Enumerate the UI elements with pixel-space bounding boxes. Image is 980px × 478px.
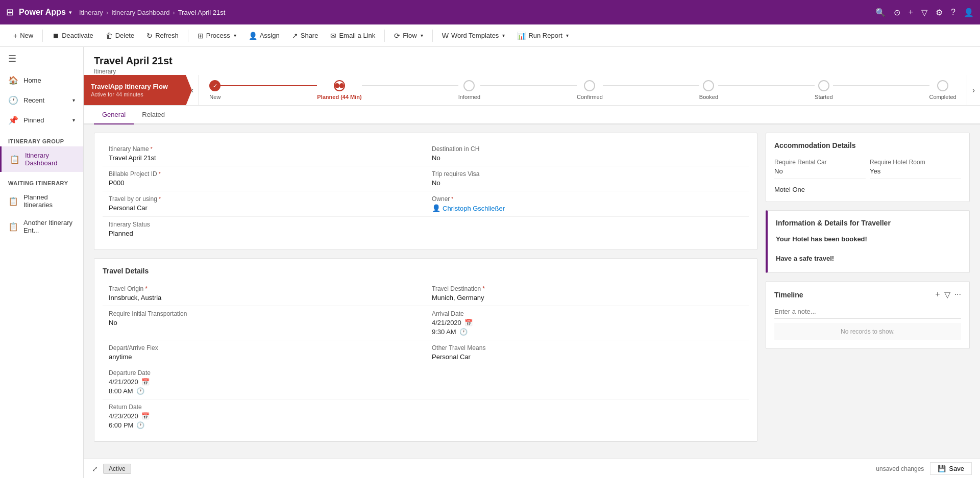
timeline-header: Timeline + ▽ ··· (774, 290, 961, 299)
owner-value[interactable]: 👤 Christoph Gschließer (432, 204, 743, 212)
billable-project-value[interactable]: P000 (109, 179, 420, 187)
arrival-date-cal-icon[interactable]: 📅 (464, 319, 473, 326)
timeline-filter-icon[interactable]: ▽ (944, 290, 950, 299)
top-nav-right: 🔍 ⊙ + ▽ ⚙ ? 👤 (875, 8, 974, 17)
breadcrumb: Itinerary › Itinerary Dashboard › Travel… (79, 9, 226, 16)
add-icon[interactable]: + (909, 8, 913, 17)
new-button[interactable]: + New (8, 29, 38, 42)
arrival-time-clock-icon[interactable]: 🕐 (459, 328, 468, 336)
return-time-value[interactable]: 6:00 PM 🕐 (109, 421, 420, 429)
app-name-chevron-icon[interactable]: ▾ (69, 9, 72, 16)
departure-time-value[interactable]: 8:00 AM 🕐 (109, 387, 420, 395)
accommodation-card: Accommodation Details Require Rental Car… (766, 133, 970, 202)
flow-button[interactable]: ⟳ Flow (389, 29, 428, 42)
return-date-field: Return Date 4/23/2020 📅 6:00 PM 🕐 (103, 399, 426, 433)
travel-by-value[interactable]: Personal Car (109, 204, 420, 212)
timeline-note-input[interactable] (774, 305, 961, 319)
toolbar-separator-2 (384, 30, 385, 42)
owner-required-indicator: * (451, 196, 453, 202)
destination-ch-value[interactable]: No (432, 154, 743, 162)
return-time-clock-icon[interactable]: 🕐 (136, 421, 144, 429)
trip-visa-value[interactable]: No (432, 179, 743, 187)
sidebar-item-home[interactable]: 🏠 Home (0, 70, 83, 90)
sidebar-item-pinned[interactable]: 📌 Pinned ▾ (0, 110, 83, 130)
stage-label-completed: Completed (929, 94, 957, 100)
run-report-button[interactable]: 📊 Run Report (512, 29, 573, 42)
travel-origin-field: Travel Origin * Innsbruck, Austria (103, 281, 426, 306)
flow-bar: TravelApp Itinerary Flow Active for 44 m… (84, 75, 980, 106)
require-rental-car-value[interactable]: No (774, 167, 866, 175)
status-bar-right: unsaved changes 💾 Save (876, 462, 972, 475)
arrival-date-value[interactable]: 4/21/2020 📅 (432, 319, 743, 326)
toolbar-separator-0 (42, 30, 43, 42)
page-header: Travel April 21st Itinerary (84, 47, 980, 75)
itinerary-status-value[interactable]: Planned (109, 230, 420, 237)
arrival-time-value[interactable]: 9:30 AM 🕐 (432, 328, 743, 336)
assign-button[interactable]: 👤 Assign (243, 29, 285, 42)
depart-arrive-flex-label: Depart/Arrive Flex (109, 344, 420, 351)
deactivate-button[interactable]: ⏹ Deactivate (47, 29, 98, 42)
settings-icon[interactable]: ⚙ (936, 8, 943, 17)
other-travel-means-label: Other Travel Means (432, 344, 743, 351)
breadcrumb-item-0[interactable]: Itinerary (79, 9, 103, 16)
toolbar-separator-1 (188, 30, 188, 42)
sidebar-item-recent[interactable]: 🕐 Recent ▾ (0, 90, 83, 110)
share-button[interactable]: ↗ Share (287, 29, 324, 42)
timeline-more-icon[interactable]: ··· (954, 290, 961, 299)
flow-next-button[interactable]: › (967, 75, 980, 105)
return-date-value[interactable]: 4/23/2020 📅 (109, 412, 420, 420)
owner-label: Owner * (432, 195, 743, 203)
return-date-cal-icon[interactable]: 📅 (141, 412, 150, 420)
traveller-info-message-1: Have a safe travel! (776, 253, 961, 264)
travel-origin-value[interactable]: Innsbruck, Austria (109, 294, 420, 301)
refresh-button[interactable]: ↻ Refresh (141, 29, 184, 42)
travel-destination-field: Travel Destination * Munich, Germany (426, 281, 749, 306)
filter-icon[interactable]: ▽ (921, 8, 927, 17)
tab-general[interactable]: General (94, 106, 134, 124)
search-icon[interactable]: 🔍 (875, 8, 886, 17)
delete-label: Delete (115, 32, 135, 39)
sidebar-item-planned-itineraries[interactable]: 📋 Planned Itineraries (0, 188, 83, 214)
breadcrumb-sep-0: › (106, 9, 108, 16)
depart-arrive-flex-value[interactable]: anytime (109, 353, 420, 361)
other-travel-means-value[interactable]: Personal Car (432, 353, 743, 361)
share-label: Share (301, 32, 318, 39)
require-hotel-room-value[interactable]: Yes (870, 167, 961, 175)
itinerary-name-value[interactable]: Travel April 21st (109, 154, 420, 162)
travel-destination-value[interactable]: Munich, Germany (432, 294, 743, 301)
sidebar-item-another-itinerary[interactable]: 📋 Another Itinerary Ent... (0, 214, 83, 239)
stage-circle-planned (334, 80, 345, 91)
sidebar-menu-toggle[interactable]: ☰ (0, 47, 83, 70)
require-rental-car-field: Require Rental Car No (774, 156, 866, 179)
status-badge: Active (103, 464, 131, 474)
depart-arrive-flex-field: Depart/Arrive Flex anytime (103, 340, 426, 365)
apps-menu-icon[interactable]: ⊞ (6, 7, 14, 18)
sidebar: ☰ 🏠 Home 🕐 Recent ▾ 📌 Pinned ▾ Itinerary… (0, 47, 84, 478)
departure-date-value[interactable]: 4/21/2020 📅 (109, 378, 420, 386)
target-icon[interactable]: ⊙ (894, 8, 900, 17)
sidebar-item-itinerary-dashboard[interactable]: 📋 Itinerary Dashboard (0, 146, 83, 172)
tab-related[interactable]: Related (134, 106, 173, 124)
save-label: Save (949, 465, 964, 472)
sidebar-item-another-label: Another Itinerary Ent... (23, 219, 75, 234)
stage-label-informed: Informed (458, 94, 480, 100)
timeline-card: Timeline + ▽ ··· No records to show. (766, 281, 970, 349)
timeline-add-icon[interactable]: + (935, 290, 940, 299)
help-icon[interactable]: ? (951, 8, 955, 17)
email-link-icon: ✉ (330, 32, 336, 40)
pinned-icon: 📌 (8, 115, 18, 125)
travel-by-required-indicator: * (159, 196, 161, 202)
expand-icon[interactable]: ⤢ (92, 465, 98, 473)
flow-badge-title: TravelApp Itinerary Flow (91, 83, 179, 90)
save-button[interactable]: 💾 Save (930, 462, 972, 475)
departure-time-clock-icon[interactable]: 🕐 (136, 387, 144, 395)
departure-date-cal-icon[interactable]: 📅 (141, 378, 150, 386)
process-button[interactable]: ⊞ Process (192, 29, 241, 42)
delete-button[interactable]: 🗑 Delete (101, 29, 140, 42)
email-link-button[interactable]: ✉ Email a Link (325, 29, 380, 42)
status-bar-left: ⤢ Active (92, 464, 131, 474)
require-initial-transport-value[interactable]: No (109, 319, 420, 326)
user-avatar-icon[interactable]: 👤 (964, 8, 974, 17)
breadcrumb-item-1[interactable]: Itinerary Dashboard (111, 9, 169, 16)
word-templates-button[interactable]: W Word Templates (437, 29, 510, 42)
